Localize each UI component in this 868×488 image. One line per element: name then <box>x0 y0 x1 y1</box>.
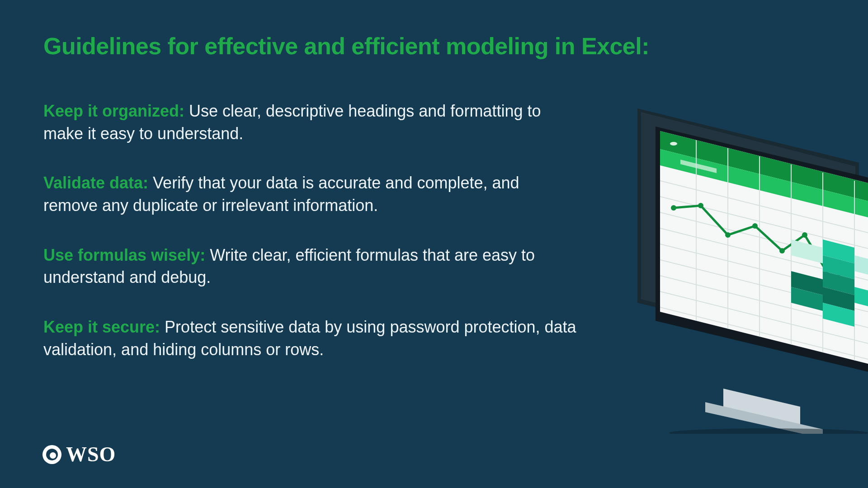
svg-marker-39 <box>791 239 823 263</box>
svg-marker-38 <box>823 303 854 327</box>
svg-marker-36 <box>823 271 854 295</box>
svg-marker-2 <box>705 402 823 434</box>
svg-line-12 <box>660 197 868 251</box>
svg-line-19 <box>660 307 868 361</box>
svg-line-18 <box>660 291 868 346</box>
svg-point-44 <box>669 428 868 434</box>
svg-point-9 <box>670 142 677 145</box>
svg-marker-34 <box>823 239 854 263</box>
svg-marker-37 <box>823 287 854 311</box>
bullet-list: Keep it organized: Use clear, descriptiv… <box>43 100 577 361</box>
svg-marker-7 <box>660 131 868 203</box>
svg-line-16 <box>660 260 868 314</box>
svg-point-30 <box>779 248 785 253</box>
svg-marker-5 <box>656 127 868 375</box>
svg-marker-6 <box>660 131 868 366</box>
svg-marker-35 <box>823 255 854 279</box>
svg-point-31 <box>802 232 807 238</box>
svg-marker-3 <box>637 108 859 357</box>
list-item: Keep it organized: Use clear, descriptiv… <box>43 100 577 145</box>
item-lead: Keep it organized: <box>43 102 184 120</box>
svg-marker-4 <box>641 112 855 353</box>
svg-marker-40 <box>791 271 823 295</box>
item-lead: Validate data: <box>43 174 148 192</box>
brand-logo: WSO <box>42 442 116 466</box>
svg-point-28 <box>725 232 731 238</box>
svg-marker-42 <box>854 255 868 277</box>
spreadsheet-illustration <box>606 90 868 434</box>
svg-point-26 <box>671 205 676 211</box>
item-lead: Use formulas wisely: <box>43 246 205 264</box>
svg-point-32 <box>829 277 835 283</box>
svg-marker-8 <box>660 149 868 220</box>
svg-line-15 <box>660 244 868 298</box>
svg-point-33 <box>856 259 862 265</box>
svg-marker-1 <box>723 389 800 425</box>
svg-line-17 <box>660 276 868 330</box>
brand-text: WSO <box>66 442 116 466</box>
item-lead: Keep it secure: <box>43 318 160 336</box>
svg-marker-41 <box>791 287 823 311</box>
svg-point-29 <box>752 223 758 229</box>
slide-title: Guidelines for effective and efficient m… <box>43 32 827 61</box>
list-item: Keep it secure: Protect sensitive data b… <box>43 316 577 361</box>
svg-rect-10 <box>680 160 717 173</box>
svg-marker-43 <box>854 287 868 309</box>
svg-line-13 <box>660 212 868 267</box>
globe-icon <box>42 445 61 464</box>
svg-line-11 <box>660 181 868 235</box>
list-item: Use formulas wisely: Write clear, effici… <box>43 244 577 289</box>
svg-point-27 <box>698 203 703 208</box>
slide: Guidelines for effective and efficient m… <box>0 0 868 488</box>
list-item: Validate data: Verify that your data is … <box>43 172 577 216</box>
svg-line-14 <box>660 228 868 282</box>
